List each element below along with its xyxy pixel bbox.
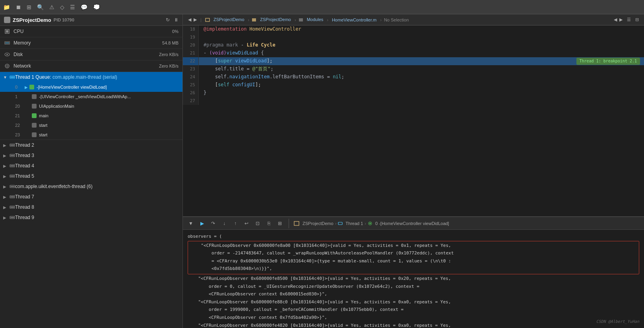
grid-icon[interactable]: ⊞ (27, 4, 31, 10)
diamond-icon[interactable]: ◇ (60, 4, 64, 10)
warning-icon[interactable]: ⚠ (49, 4, 54, 10)
thread-4-expand[interactable]: ▶ (3, 164, 8, 168)
line-num-20: 20 (183, 41, 199, 49)
toolbar-icons: 📁 ⏹ ⊞ 🔍 ⚠ ◇ ☰ 💬 💭 (3, 4, 100, 10)
memory-value: 54.8 MB (162, 41, 178, 45)
code-line-26: 26 } (183, 89, 644, 97)
divider: | (200, 17, 202, 22)
frame-22[interactable]: 22 start (0, 120, 182, 130)
network-value: Zero KB/s (159, 64, 178, 68)
debug-toolbar: ▼ ▶ ↷ ↓ ↑ ↩ ⊡ ⎘ ⊞ ZSProjectDemo › Thre (183, 217, 644, 230)
frame-0[interactable]: 0 ▶ -[HomeViewController viewDidLoad] (0, 82, 182, 92)
svg-point-46 (13, 217, 14, 218)
project-info: ZSProjectDemo PID 10790 (4, 17, 74, 23)
svg-rect-50 (294, 221, 299, 225)
main-area: ZSProjectDemo PID 10790 ↻ ⏸ CPU 0% M (0, 14, 644, 328)
menu-icon[interactable]: ☰ (627, 17, 631, 22)
metric-network[interactable]: Network Zero KB/s (0, 60, 182, 72)
debug-line-10: <CFRunLoopObserver context 0x7fd5ba402a9… (188, 314, 639, 321)
line-content-23: self.title = @"首页"; (199, 65, 644, 73)
thread-3-expand[interactable]: ▶ (3, 153, 8, 158)
pause-icon[interactable]: ⏸ (174, 17, 178, 23)
debug-copy-btn[interactable]: ⊡ (253, 219, 262, 228)
svg-point-18 (13, 145, 14, 146)
svg-rect-1 (6, 30, 8, 33)
metric-memory[interactable]: Memory 54.8 MB (0, 37, 182, 49)
nav-prev2-btn[interactable]: ◀ (614, 17, 617, 22)
network-label: Network (14, 63, 159, 69)
nav-back-btn[interactable]: ◀ (188, 17, 191, 22)
thread-3-icon (10, 153, 15, 158)
search-icon[interactable]: 🔍 (37, 4, 44, 10)
debug-hide-btn[interactable]: ▼ (186, 219, 196, 228)
sep1: › (248, 17, 250, 22)
breadcrumb-item-4[interactable]: HomeViewController.m (331, 17, 378, 22)
stop-icon[interactable]: ⏹ (16, 4, 21, 10)
thread-3-item[interactable]: ▶ Thread 3 (0, 150, 182, 161)
debug-line-6: order = 0, callout = _UIGestureRecognize… (188, 283, 639, 290)
thread-9-expand[interactable]: ▶ (3, 215, 8, 220)
thread-1-expand[interactable]: ▼ (3, 75, 8, 80)
network-icon (4, 63, 10, 69)
memory-icon (4, 40, 10, 46)
thread-2-item[interactable]: ▶ Thread 2 (0, 140, 182, 150)
nav-next2-btn[interactable]: ▶ (619, 17, 623, 22)
chat-icon[interactable]: 💬 (81, 4, 87, 10)
thread-7-item[interactable]: ▶ Thread 7 (0, 192, 182, 202)
debug-return-btn[interactable]: ↩ (242, 219, 251, 228)
metric-cpu[interactable]: CPU 0% (0, 26, 182, 37)
nav-forward-btn[interactable]: ▶ (194, 17, 197, 22)
thread-4-item[interactable]: ▶ Thread 4 (0, 161, 182, 171)
list-icon[interactable]: ☰ (70, 4, 75, 10)
thread-7-expand[interactable]: ▶ (3, 195, 8, 199)
debug-share-btn[interactable]: ⎘ (264, 219, 274, 228)
frame-21[interactable]: 21 main (0, 111, 182, 120)
thread-2-expand[interactable]: ▶ (3, 143, 8, 148)
svg-rect-51 (338, 222, 342, 225)
thread-9-label: Thread 9 (15, 215, 179, 220)
thread-6-label: com.apple.uikit.eventfetch-thread (6) (15, 184, 179, 189)
debug-view-btn[interactable]: ⊞ (275, 219, 285, 228)
breadcrumb-item-3[interactable]: Modules (299, 17, 325, 22)
debug-play-btn[interactable]: ▶ (197, 219, 207, 228)
thread-5-expand[interactable]: ▶ (3, 174, 8, 179)
thread-1-item[interactable]: ▼ Thread 1 Queue: com.apple.main-thread … (0, 72, 182, 82)
line-num-18: 18 (183, 25, 199, 33)
code-content[interactable]: 18 @implementation HomeViewController 19… (183, 25, 644, 216)
thread-6-expand[interactable]: ▶ (3, 184, 8, 189)
debug-step-over-btn[interactable]: ↷ (208, 219, 218, 228)
frame-23[interactable]: 23 start (0, 130, 182, 140)
code-area: 18 @implementation HomeViewController 19… (183, 25, 644, 217)
debug-content[interactable]: observers = ( "<CFRunLoopObserver 0x6000… (183, 230, 644, 328)
svg-point-42 (13, 207, 14, 208)
thread-8-icon (10, 204, 15, 210)
code-line-25: 25 [self configUI]; (183, 81, 644, 89)
thread-9-item[interactable]: ▶ Thread 9 (0, 212, 182, 223)
split-icon[interactable]: ⊟ (635, 17, 639, 22)
folder-icon[interactable]: 📁 (3, 4, 10, 10)
debug-step-in-btn[interactable]: ↓ (219, 219, 229, 228)
code-line-27: 27 (183, 97, 644, 105)
thread-6-item[interactable]: ▶ com.apple.uikit.eventfetch-thread (6) (0, 181, 182, 192)
breadcrumb-item-2[interactable]: ZSProjectDemo (252, 17, 292, 22)
breadcrumb-item-1[interactable]: ZSProjectDemo (205, 17, 246, 22)
debug-step-out-btn[interactable]: ↑ (231, 219, 240, 228)
bubble-icon[interactable]: 💭 (93, 4, 100, 10)
frame-1[interactable]: 1 -[UIViewController _sendViewDidLoadWit… (0, 92, 182, 101)
frame-20[interactable]: 20 UIApplicationMain (0, 101, 182, 111)
metric-disk[interactable]: Disk Zero KB/s (0, 49, 182, 60)
debug-line-1: "<CFRunLoopObserver 0x600000fe8a00 [0x10… (190, 242, 636, 249)
cpu-label: CPU (14, 29, 172, 34)
line-content-19 (199, 33, 644, 41)
cpu-value: 0% (172, 29, 178, 34)
thread-5-item[interactable]: ▶ Thread 5 (0, 171, 182, 181)
thread-8-expand[interactable]: ▶ (3, 205, 8, 210)
frame-1-num: 1 (15, 94, 22, 99)
svg-point-29 (12, 176, 13, 177)
disk-icon (4, 51, 10, 58)
thread-2-label: Thread 2 (15, 142, 179, 148)
svg-point-34 (13, 186, 14, 187)
svg-rect-47 (206, 18, 209, 21)
thread-8-item[interactable]: ▶ Thread 8 (0, 202, 182, 212)
refresh-icon[interactable]: ↻ (166, 17, 170, 23)
